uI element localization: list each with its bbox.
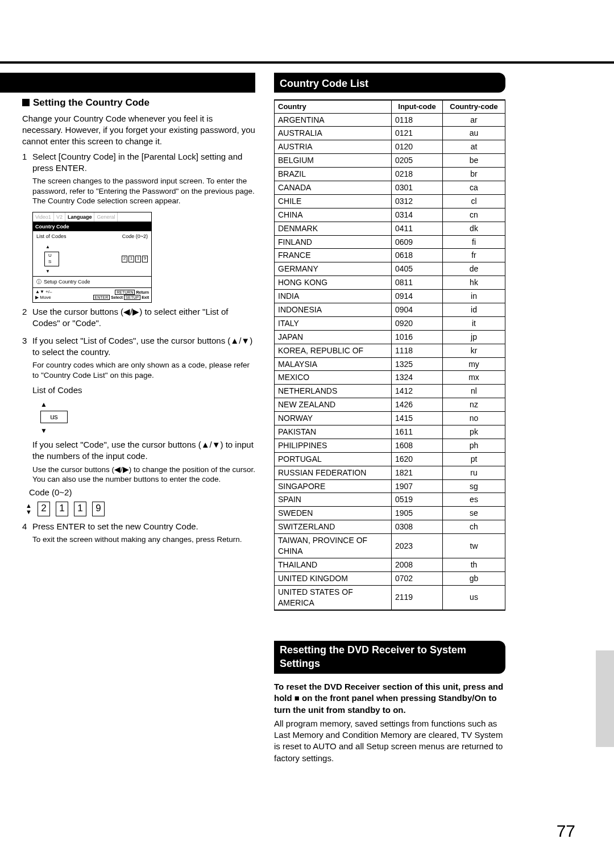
table-row: JAPAN1016jp	[275, 330, 505, 344]
osd-digit-0: 2	[122, 256, 127, 262]
cell-country: NORWAY	[275, 412, 392, 425]
step-1-text: Select [Country Code] in the [Parental L…	[32, 151, 255, 174]
osd-list-label: List of Codes	[36, 233, 122, 240]
reset-bold-text: To reset the DVD Receiver section of thi…	[274, 681, 505, 716]
cell-input-code: 0405	[392, 262, 443, 276]
table-row: UNITED STATES OF AMERICA2119us	[275, 585, 505, 610]
cell-country-code: nz	[443, 398, 505, 412]
table-row: INDONESIA0904id	[275, 303, 505, 317]
country-code-table: Country Input-code Country-code ARGENTIN…	[274, 99, 505, 611]
cell-country: NEW ZEALAND	[275, 398, 392, 412]
cell-country-code: my	[443, 357, 505, 371]
cell-input-code: 1118	[392, 344, 443, 357]
table-row: NETHERLANDS1412nl	[275, 385, 505, 398]
table-row: BELGIUM0205be	[275, 154, 505, 168]
cell-country: SWITZERLAND	[275, 520, 392, 534]
triangle-down-icon	[45, 268, 50, 275]
top-rule	[0, 61, 614, 64]
cell-country-code: au	[443, 127, 505, 140]
cell-input-code: 2023	[392, 534, 443, 558]
triangle-down-icon	[40, 424, 47, 436]
cell-country-code: gb	[443, 571, 505, 585]
table-row: FRANCE0618fr	[275, 249, 505, 262]
cell-input-code: 1821	[392, 466, 443, 479]
osd-tab-language: Language	[65, 212, 95, 222]
osd-select: Select	[111, 295, 123, 299]
table-row: SWEDEN1905se	[275, 507, 505, 520]
cell-country: PORTUGAL	[275, 452, 392, 466]
cell-country-code: no	[443, 412, 505, 425]
cell-country: MEXICO	[275, 371, 392, 385]
heading-text: Country Code List	[274, 73, 505, 94]
cell-country: FINLAND	[275, 235, 392, 249]
cell-input-code: 1412	[392, 385, 443, 398]
step-2-text: Use the cursor buttons (◀/▶) to select e…	[32, 306, 255, 329]
step-2: 2 Use the cursor buttons (◀/▶) to select…	[22, 306, 255, 332]
cell-input-code: 1426	[392, 398, 443, 412]
table-row: SPAIN0519es	[275, 493, 505, 507]
cell-country-code: ca	[443, 181, 505, 195]
triangle-up-icon	[45, 243, 50, 251]
table-row: SWITZERLAND0308ch	[275, 520, 505, 534]
cell-country: AUSTRALIA	[275, 127, 392, 140]
table-row: AUSTRALIA0121au	[275, 127, 505, 140]
table-row: UNITED KINGDOM0702gb	[275, 571, 505, 585]
cell-country: UNITED KINGDOM	[275, 571, 392, 585]
table-row: ITALY0920it	[275, 316, 505, 330]
code-para-1: If you select "Code", use the cursor but…	[32, 439, 255, 462]
osd-return-btn: RETURN	[115, 290, 135, 295]
cell-country-code: cl	[443, 194, 505, 208]
table-header-row: Country Input-code Country-code	[275, 100, 505, 113]
osd-tab-v2: V2	[54, 212, 65, 222]
cell-country-code: nl	[443, 385, 505, 398]
cell-country-code: pt	[443, 452, 505, 466]
table-row: SINGAPORE1907sg	[275, 479, 505, 493]
osd-enter-btn: ENTER	[93, 295, 110, 300]
cell-input-code: 0519	[392, 493, 443, 507]
cell-country: INDIA	[275, 290, 392, 303]
heading-left-text: Setting the Country Code	[33, 97, 150, 108]
osd-tabs: Video1 V2 Language General	[33, 212, 151, 222]
cell-country-code: hk	[443, 276, 505, 290]
cell-country-code: ph	[443, 439, 505, 452]
cell-country: CHILE	[275, 194, 392, 208]
osd-us-value: U S	[44, 252, 59, 266]
cell-country-code: tw	[443, 534, 505, 558]
th-country-code: Country-code	[443, 100, 505, 113]
cell-input-code: 1608	[392, 439, 443, 452]
cell-country: NETHERLANDS	[275, 385, 392, 398]
cell-input-code: 0914	[392, 290, 443, 303]
cell-country-code: in	[443, 290, 505, 303]
cell-country-code: ch	[443, 520, 505, 534]
cell-country-code: pk	[443, 425, 505, 439]
cell-country-code: dk	[443, 222, 505, 235]
table-row: NORWAY1415no	[275, 412, 505, 425]
table-row: ARGENTINA0118ar	[275, 113, 505, 127]
section-heading: Setting the Country Code	[22, 97, 255, 110]
table-row: MALAYSIA1325my	[275, 357, 505, 371]
up-down-icon: ▲▼	[26, 503, 32, 515]
cell-input-code: 0205	[392, 154, 443, 168]
cell-country: TAIWAN, PROVINCE OF CHINA	[275, 534, 392, 558]
osd-digit-3: 9	[142, 256, 148, 262]
cell-input-code: 1324	[392, 371, 443, 385]
square-bullet-icon	[22, 99, 30, 106]
side-tab	[596, 650, 614, 747]
cell-country-code: ar	[443, 113, 505, 127]
cell-country-code: se	[443, 507, 505, 520]
reset-block: To reset the DVD Receiver section of thi…	[274, 679, 505, 766]
cell-country-code: at	[443, 140, 505, 154]
loc-title: List of Codes	[32, 385, 255, 396]
osd-row-values: U S 2 1 1 9	[33, 241, 151, 276]
cell-country: PAKISTAN	[275, 425, 392, 439]
cell-country-code: mx	[443, 371, 505, 385]
table-row: THAILAND2008th	[275, 558, 505, 571]
cell-country: HONG KONG	[275, 276, 392, 290]
cell-country: PHILIPPINES	[275, 439, 392, 452]
cell-country-code: kr	[443, 344, 505, 357]
table-row: GERMANY0405de	[275, 262, 505, 276]
page-number: 77	[557, 820, 575, 843]
step-number: 3	[22, 335, 32, 383]
cell-input-code: 0411	[392, 222, 443, 235]
cell-input-code: 0609	[392, 235, 443, 249]
